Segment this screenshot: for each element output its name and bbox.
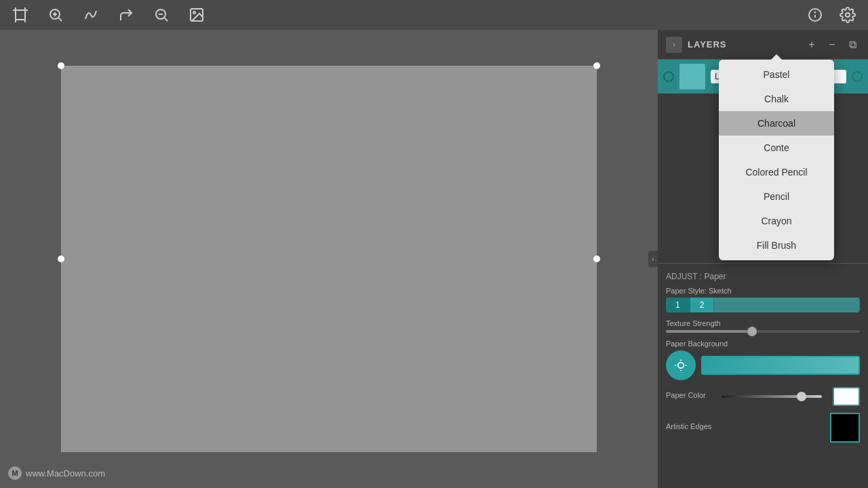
dropdown-item-pencil[interactable]: Pencil bbox=[719, 184, 834, 209]
paper-background-label: Paper Background bbox=[666, 340, 860, 348]
add-layer-button[interactable]: + bbox=[804, 37, 819, 52]
layers-title: LAYERS bbox=[688, 39, 799, 49]
settings-tool[interactable] bbox=[838, 5, 857, 24]
curve-tool[interactable] bbox=[81, 5, 100, 24]
style-btn-extra[interactable] bbox=[714, 298, 860, 312]
toolbar-right bbox=[806, 5, 857, 24]
dropdown-item-colored-pencil[interactable]: Colored Pencil bbox=[719, 160, 834, 184]
adjust-title: ADJUST : Paper bbox=[666, 272, 860, 281]
canvas-border bbox=[61, 66, 597, 452]
layer-settings-icon[interactable] bbox=[852, 71, 863, 82]
paper-color-row: Paper Color bbox=[666, 387, 860, 406]
crop-tool[interactable] bbox=[11, 5, 30, 24]
paper-color-slider-container bbox=[722, 395, 822, 398]
texture-slider-thumb[interactable] bbox=[747, 327, 757, 336]
zoom-out-tool[interactable] bbox=[152, 5, 171, 24]
watermark-logo: M bbox=[8, 466, 22, 480]
style-btn-2[interactable]: 2 bbox=[690, 298, 715, 312]
right-panel: › › LAYERS + − ⧉ bbox=[658, 30, 868, 488]
dropdown-item-chalk[interactable]: Chalk bbox=[719, 87, 834, 111]
paper-style-label: Paper Style: Sketch bbox=[666, 287, 860, 295]
adjust-panel: ADJUST : Paper Paper Style: Sketch 1 2 T… bbox=[658, 263, 868, 458]
bg-gradient-bar bbox=[701, 356, 860, 375]
redo-tool[interactable] bbox=[117, 5, 136, 24]
paper-color-label: Paper Color bbox=[666, 391, 716, 399]
image-tool[interactable] bbox=[187, 5, 206, 24]
dropdown-item-pastel[interactable]: Pastel bbox=[719, 62, 834, 87]
style-buttons: 1 2 bbox=[666, 298, 860, 312]
artistic-edges-label: Artistic Edges bbox=[666, 422, 711, 430]
info-tool[interactable] bbox=[806, 5, 825, 24]
canvas-surface[interactable] bbox=[61, 66, 597, 452]
svg-point-20 bbox=[678, 363, 684, 368]
handle-mid-right[interactable] bbox=[593, 256, 600, 262]
paper-style-row: Paper Style: Sketch 1 2 bbox=[666, 287, 860, 312]
remove-layer-button[interactable]: − bbox=[825, 37, 840, 52]
paper-background-row: Paper Background bbox=[666, 340, 860, 380]
layer-visibility-toggle[interactable] bbox=[663, 71, 674, 82]
texture-strength-label: Texture Strength bbox=[666, 319, 860, 327]
canvas-container bbox=[61, 66, 597, 452]
svg-rect-0 bbox=[16, 10, 25, 20]
main-area: M www.MacDown.com › › LAYERS + − ⧉ bbox=[0, 30, 868, 488]
texture-strength-row: Texture Strength bbox=[666, 319, 860, 333]
layers-header: › LAYERS + − ⧉ bbox=[658, 30, 868, 60]
artistic-edges-row: Artistic Edges bbox=[666, 413, 860, 443]
handle-top-right[interactable] bbox=[593, 62, 600, 69]
style-btn-1[interactable]: 1 bbox=[666, 298, 690, 312]
svg-line-8 bbox=[59, 18, 62, 21]
texture-slider-container bbox=[666, 330, 860, 333]
dropdown-item-charcoal[interactable]: Charcoal bbox=[719, 111, 834, 136]
watermark: M www.MacDown.com bbox=[8, 466, 105, 480]
canvas-area: M www.MacDown.com bbox=[0, 30, 658, 488]
artistic-edges-swatch[interactable] bbox=[830, 413, 860, 443]
handle-top-left[interactable] bbox=[58, 62, 64, 69]
paper-color-slider-thumb[interactable] bbox=[797, 392, 806, 401]
dropdown-item-fill-brush[interactable]: Fill Brush bbox=[719, 233, 834, 258]
layer-thumbnail bbox=[679, 64, 705, 89]
paper-color-slider-track[interactable] bbox=[722, 395, 822, 398]
paper-background-button[interactable] bbox=[666, 350, 696, 380]
dropdown-item-crayon[interactable]: Crayon bbox=[719, 209, 834, 233]
svg-point-15 bbox=[193, 12, 195, 14]
watermark-text: www.MacDown.com bbox=[26, 468, 105, 479]
texture-slider-track[interactable] bbox=[666, 330, 860, 333]
svg-point-19 bbox=[846, 13, 850, 17]
top-toolbar bbox=[0, 0, 868, 30]
zoom-in-tool[interactable] bbox=[46, 5, 65, 24]
dropdown-menu: Pastel Chalk Charcoal Conte Colored Penc… bbox=[719, 60, 834, 260]
copy-layer-button[interactable]: ⧉ bbox=[845, 37, 860, 52]
layers-actions: + − ⧉ bbox=[804, 37, 860, 52]
paper-color-swatch[interactable] bbox=[833, 387, 860, 406]
dropdown-item-conte[interactable]: Conte bbox=[719, 136, 834, 160]
layers-toggle[interactable]: › bbox=[666, 37, 682, 53]
handle-mid-left[interactable] bbox=[58, 256, 64, 262]
collapse-arrow[interactable]: › bbox=[648, 251, 658, 267]
svg-line-12 bbox=[165, 18, 167, 21]
